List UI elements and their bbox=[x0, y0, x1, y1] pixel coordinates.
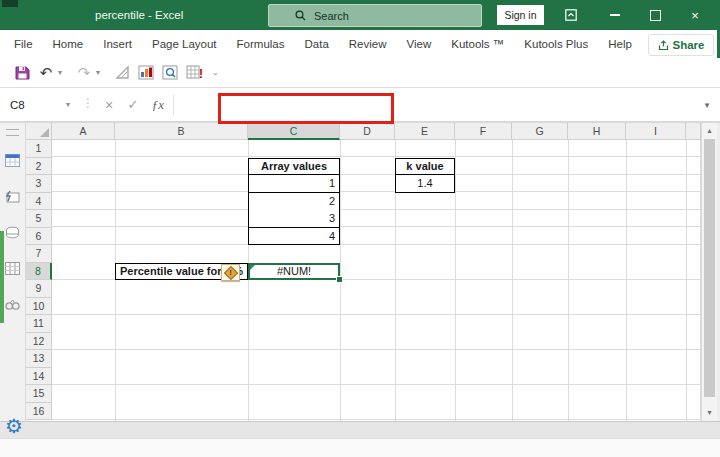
vertical-scrollbar-thumb[interactable] bbox=[704, 139, 715, 397]
enter-icon[interactable]: ✓ bbox=[122, 93, 144, 117]
chart-button[interactable] bbox=[134, 62, 158, 84]
row-header-9[interactable]: 9 bbox=[26, 280, 52, 298]
scroll-up-icon[interactable]: ▴ bbox=[702, 124, 717, 138]
row-header-15[interactable]: 15 bbox=[26, 385, 52, 403]
row-header-14[interactable]: 14 bbox=[26, 368, 52, 386]
column-header-B[interactable]: B bbox=[115, 123, 248, 140]
cell-C5[interactable]: 3 bbox=[248, 210, 340, 228]
redo-button[interactable]: ↷ bbox=[72, 62, 96, 84]
column-header-I[interactable]: I bbox=[626, 123, 686, 140]
ribbon-display-options-button[interactable] bbox=[552, 0, 590, 30]
close-button[interactable]: × bbox=[676, 0, 714, 30]
quick-access-toolbar: ↶ ▾ ↷ ▾ ! ⌄ bbox=[0, 58, 720, 88]
cell-C3[interactable]: 1 bbox=[248, 175, 340, 193]
name-box-dropdown[interactable]: ▾ bbox=[60, 93, 76, 117]
name-manager-icon[interactable] bbox=[4, 225, 21, 240]
ribbon-tab-view[interactable]: View bbox=[397, 30, 442, 58]
undo-dropdown[interactable]: ▾ bbox=[58, 68, 68, 77]
error-check-button[interactable]: ! bbox=[182, 62, 206, 84]
cell-E2[interactable]: k value bbox=[395, 158, 455, 176]
row-header-5[interactable]: 5 bbox=[26, 210, 52, 228]
formula-bar-handle[interactable]: ⋮ bbox=[82, 96, 94, 110]
select-all-icon bbox=[40, 128, 49, 137]
search-icon bbox=[295, 10, 306, 21]
pane-handle-icon[interactable] bbox=[6, 129, 19, 136]
share-button[interactable]: Share bbox=[648, 34, 714, 56]
ribbon-tab-home[interactable]: Home bbox=[43, 30, 94, 58]
save-button[interactable] bbox=[10, 62, 34, 84]
cell-E3[interactable]: 1.4 bbox=[395, 175, 455, 193]
find-replace-icon[interactable] bbox=[4, 297, 21, 312]
ribbon-tab-review[interactable]: Review bbox=[339, 30, 397, 58]
column-header-A[interactable]: A bbox=[52, 123, 115, 140]
row-header-13[interactable]: 13 bbox=[26, 350, 52, 368]
cell-C4[interactable]: 2 bbox=[248, 193, 340, 211]
ribbon-tab-insert[interactable]: Insert bbox=[93, 30, 142, 58]
column-header-E[interactable]: E bbox=[395, 123, 455, 140]
expand-formula-bar-icon[interactable]: ▾ bbox=[698, 93, 716, 117]
ribbon-tab-page-layout[interactable]: Page Layout bbox=[142, 30, 227, 58]
row-header-11[interactable]: 11 bbox=[26, 315, 52, 333]
customize-toolbar-dropdown[interactable]: ⌄ bbox=[212, 68, 222, 77]
search-input[interactable]: Search bbox=[268, 4, 482, 27]
fill-handle[interactable] bbox=[336, 276, 343, 283]
ribbon-tab-data[interactable]: Data bbox=[295, 30, 339, 58]
row-header-4[interactable]: 4 bbox=[26, 193, 52, 211]
ribbon-tab-help[interactable]: Help bbox=[598, 30, 642, 58]
restore-button[interactable] bbox=[636, 0, 674, 30]
ribbon-tab-kutools[interactable]: Kutools ™ bbox=[441, 30, 514, 58]
ribbon-display-options-icon bbox=[565, 9, 577, 21]
minimize-button[interactable] bbox=[596, 0, 634, 30]
column-header-partial[interactable] bbox=[686, 123, 701, 140]
redo-dropdown[interactable]: ▾ bbox=[96, 68, 106, 77]
divider bbox=[173, 95, 174, 115]
print-preview-icon bbox=[162, 65, 178, 80]
sign-in-button[interactable]: Sign in bbox=[497, 5, 544, 25]
row-header-3[interactable]: 3 bbox=[26, 175, 52, 193]
autotext-icon[interactable] bbox=[4, 189, 21, 204]
row-header-12[interactable]: 12 bbox=[26, 333, 52, 351]
row-header-8[interactable]: 8 bbox=[26, 263, 52, 281]
column-header-F[interactable]: F bbox=[455, 123, 512, 140]
ribbon-tab-file[interactable]: File bbox=[4, 30, 43, 58]
gridline bbox=[455, 140, 456, 421]
row-header-16[interactable]: 16 bbox=[26, 403, 52, 421]
cell-C8[interactable]: #NUM! bbox=[248, 263, 340, 281]
select-all-corner[interactable] bbox=[26, 123, 52, 140]
insert-function-icon[interactable]: ƒx bbox=[146, 93, 170, 117]
cell-C2[interactable]: Array values bbox=[248, 158, 340, 176]
column-header-G[interactable]: G bbox=[512, 123, 568, 140]
column-header-H[interactable]: H bbox=[568, 123, 626, 140]
vertical-scrollbar[interactable]: ▴ ▾ bbox=[701, 123, 717, 421]
column-header-D[interactable]: D bbox=[340, 123, 395, 140]
set-square-icon bbox=[115, 65, 130, 80]
column-list-icon[interactable] bbox=[4, 261, 21, 276]
undo-button[interactable]: ↶ bbox=[34, 62, 58, 84]
row-header-10[interactable]: 10 bbox=[26, 298, 52, 316]
print-preview-button[interactable] bbox=[158, 62, 182, 84]
row-header-6[interactable]: 6 bbox=[26, 228, 52, 246]
row-header-7[interactable]: 7 bbox=[26, 245, 52, 263]
ribbon-tab-kutools-plus[interactable]: Kutools Plus bbox=[514, 30, 598, 58]
row-header-1[interactable]: 1 bbox=[26, 140, 52, 158]
set-square-button[interactable] bbox=[110, 62, 134, 84]
error-check-icon: ! bbox=[186, 65, 202, 80]
sheet-tab-bar: ◂ ▸ Sheet1Sheet2 + ⋮ ◀ ▶ bbox=[0, 421, 720, 438]
cancel-icon[interactable]: × bbox=[98, 93, 120, 117]
cell-B8-label: Percentile value for bbox=[120, 265, 222, 277]
navigation-pane-strip bbox=[0, 123, 26, 421]
ribbon-tab-formulas[interactable]: Formulas bbox=[227, 30, 295, 58]
column-header-C[interactable]: C bbox=[248, 123, 340, 140]
kutools-settings-gear-icon[interactable]: ⚙ bbox=[2, 414, 26, 438]
error-options-button[interactable]: ! bbox=[221, 264, 240, 281]
scroll-down-icon[interactable]: ▾ bbox=[702, 406, 717, 420]
workbook-sheet-icon[interactable] bbox=[4, 153, 21, 168]
search-placeholder: Search bbox=[314, 10, 349, 22]
row-header-2[interactable]: 2 bbox=[26, 158, 52, 176]
chart-icon bbox=[138, 65, 154, 80]
cell-C6[interactable]: 4 bbox=[248, 228, 340, 246]
grid-body[interactable] bbox=[52, 140, 701, 420]
title-bar: percentile - Excel Search Sign in × bbox=[0, 0, 720, 30]
sheet-grid[interactable]: ABCDEFGHI12345678910111213141516Array va… bbox=[26, 123, 701, 421]
save-icon bbox=[15, 65, 30, 80]
